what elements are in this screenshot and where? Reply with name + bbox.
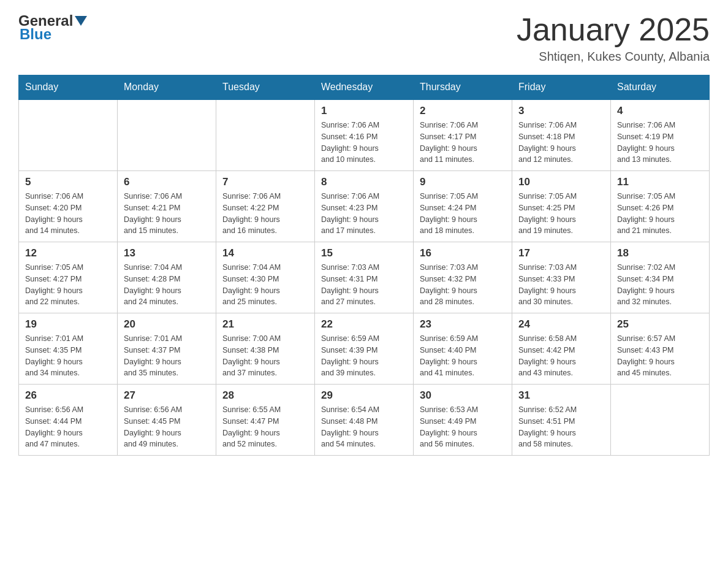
day-number: 17 xyxy=(518,247,604,259)
day-number: 7 xyxy=(222,176,308,188)
day-info: Sunrise: 7:01 AMSunset: 4:37 PMDaylight:… xyxy=(124,333,210,379)
table-row xyxy=(611,385,710,456)
day-number: 15 xyxy=(321,247,407,259)
day-info: Sunrise: 7:03 AMSunset: 4:33 PMDaylight:… xyxy=(518,262,604,308)
title-section: January 2025 Shtiqen, Kukes County, Alba… xyxy=(517,12,710,64)
col-friday: Friday xyxy=(512,75,611,100)
table-row: 24Sunrise: 6:58 AMSunset: 4:42 PMDayligh… xyxy=(512,313,611,385)
day-info: Sunrise: 7:05 AMSunset: 4:27 PMDaylight:… xyxy=(25,262,111,308)
logo-arrow-icon xyxy=(74,15,88,26)
day-number: 9 xyxy=(420,176,506,188)
table-row: 23Sunrise: 6:59 AMSunset: 4:40 PMDayligh… xyxy=(414,313,512,385)
table-row xyxy=(118,99,216,171)
day-info: Sunrise: 7:06 AMSunset: 4:22 PMDaylight:… xyxy=(222,191,308,237)
col-sunday: Sunday xyxy=(19,75,118,100)
day-number: 28 xyxy=(222,389,308,402)
day-number: 2 xyxy=(420,105,506,117)
day-info: Sunrise: 7:03 AMSunset: 4:32 PMDaylight:… xyxy=(420,262,506,308)
calendar-week-row: 5Sunrise: 7:06 AMSunset: 4:20 PMDaylight… xyxy=(19,171,710,242)
table-row: 16Sunrise: 7:03 AMSunset: 4:32 PMDayligh… xyxy=(414,242,512,313)
table-row: 7Sunrise: 7:06 AMSunset: 4:22 PMDaylight… xyxy=(216,171,315,242)
day-info: Sunrise: 6:56 AMSunset: 4:44 PMDaylight:… xyxy=(25,404,111,450)
day-number: 5 xyxy=(25,176,111,188)
day-number: 16 xyxy=(420,247,506,259)
day-number: 13 xyxy=(124,247,210,259)
day-info: Sunrise: 7:06 AMSunset: 4:17 PMDaylight:… xyxy=(420,120,506,166)
day-number: 20 xyxy=(124,318,210,331)
table-row: 21Sunrise: 7:00 AMSunset: 4:38 PMDayligh… xyxy=(216,313,315,385)
table-row: 13Sunrise: 7:04 AMSunset: 4:28 PMDayligh… xyxy=(118,242,216,313)
table-row: 2Sunrise: 7:06 AMSunset: 4:17 PMDaylight… xyxy=(414,99,512,171)
table-row: 5Sunrise: 7:06 AMSunset: 4:20 PMDaylight… xyxy=(19,171,118,242)
calendar-week-row: 1Sunrise: 7:06 AMSunset: 4:16 PMDaylight… xyxy=(19,99,710,171)
col-wednesday: Wednesday xyxy=(315,75,414,100)
calendar-week-row: 19Sunrise: 7:01 AMSunset: 4:35 PMDayligh… xyxy=(19,313,710,385)
calendar-week-row: 12Sunrise: 7:05 AMSunset: 4:27 PMDayligh… xyxy=(19,242,710,313)
calendar-header-row: Sunday Monday Tuesday Wednesday Thursday… xyxy=(19,75,710,100)
calendar-week-row: 26Sunrise: 6:56 AMSunset: 4:44 PMDayligh… xyxy=(19,385,710,456)
day-info: Sunrise: 6:54 AMSunset: 4:48 PMDaylight:… xyxy=(321,404,407,450)
day-info: Sunrise: 7:06 AMSunset: 4:20 PMDaylight:… xyxy=(25,191,111,237)
table-row: 30Sunrise: 6:53 AMSunset: 4:49 PMDayligh… xyxy=(414,385,512,456)
location-subtitle: Shtiqen, Kukes County, Albania xyxy=(517,50,710,64)
day-number: 19 xyxy=(25,318,111,331)
table-row: 8Sunrise: 7:06 AMSunset: 4:23 PMDaylight… xyxy=(315,171,414,242)
day-info: Sunrise: 6:55 AMSunset: 4:47 PMDaylight:… xyxy=(222,404,308,450)
col-tuesday: Tuesday xyxy=(216,75,315,100)
month-title: January 2025 xyxy=(517,12,710,47)
day-info: Sunrise: 7:06 AMSunset: 4:21 PMDaylight:… xyxy=(124,191,210,237)
day-info: Sunrise: 7:06 AMSunset: 4:18 PMDaylight:… xyxy=(518,120,604,166)
col-monday: Monday xyxy=(118,75,216,100)
table-row: 18Sunrise: 7:02 AMSunset: 4:34 PMDayligh… xyxy=(611,242,710,313)
logo-blue-text: Blue xyxy=(20,26,88,43)
svg-marker-0 xyxy=(75,16,87,26)
day-number: 10 xyxy=(518,176,604,188)
day-number: 29 xyxy=(321,389,407,402)
table-row: 15Sunrise: 7:03 AMSunset: 4:31 PMDayligh… xyxy=(315,242,414,313)
day-number: 24 xyxy=(518,318,604,331)
day-number: 8 xyxy=(321,176,407,188)
day-number: 26 xyxy=(25,389,111,402)
day-info: Sunrise: 7:03 AMSunset: 4:31 PMDaylight:… xyxy=(321,262,407,308)
day-info: Sunrise: 7:06 AMSunset: 4:19 PMDaylight:… xyxy=(617,120,703,166)
table-row: 3Sunrise: 7:06 AMSunset: 4:18 PMDaylight… xyxy=(512,99,611,171)
table-row: 14Sunrise: 7:04 AMSunset: 4:30 PMDayligh… xyxy=(216,242,315,313)
col-thursday: Thursday xyxy=(414,75,512,100)
day-info: Sunrise: 6:53 AMSunset: 4:49 PMDaylight:… xyxy=(420,404,506,450)
table-row: 10Sunrise: 7:05 AMSunset: 4:25 PMDayligh… xyxy=(512,171,611,242)
table-row: 6Sunrise: 7:06 AMSunset: 4:21 PMDaylight… xyxy=(118,171,216,242)
day-info: Sunrise: 6:59 AMSunset: 4:39 PMDaylight:… xyxy=(321,333,407,379)
table-row: 12Sunrise: 7:05 AMSunset: 4:27 PMDayligh… xyxy=(19,242,118,313)
table-row: 19Sunrise: 7:01 AMSunset: 4:35 PMDayligh… xyxy=(19,313,118,385)
day-info: Sunrise: 6:52 AMSunset: 4:51 PMDaylight:… xyxy=(518,404,604,450)
day-number: 27 xyxy=(124,389,210,402)
calendar-table: Sunday Monday Tuesday Wednesday Thursday… xyxy=(18,75,710,456)
table-row: 1Sunrise: 7:06 AMSunset: 4:16 PMDaylight… xyxy=(315,99,414,171)
day-info: Sunrise: 7:02 AMSunset: 4:34 PMDaylight:… xyxy=(617,262,703,308)
page-header: General Blue January 2025 Shtiqen, Kukes… xyxy=(18,12,710,64)
day-number: 21 xyxy=(222,318,308,331)
table-row: 22Sunrise: 6:59 AMSunset: 4:39 PMDayligh… xyxy=(315,313,414,385)
table-row: 26Sunrise: 6:56 AMSunset: 4:44 PMDayligh… xyxy=(19,385,118,456)
day-number: 22 xyxy=(321,318,407,331)
day-info: Sunrise: 7:01 AMSunset: 4:35 PMDaylight:… xyxy=(25,333,111,379)
day-number: 3 xyxy=(518,105,604,117)
day-number: 6 xyxy=(124,176,210,188)
day-info: Sunrise: 6:56 AMSunset: 4:45 PMDaylight:… xyxy=(124,404,210,450)
day-info: Sunrise: 7:06 AMSunset: 4:16 PMDaylight:… xyxy=(321,120,407,166)
day-info: Sunrise: 7:05 AMSunset: 4:26 PMDaylight:… xyxy=(617,191,703,237)
table-row: 28Sunrise: 6:55 AMSunset: 4:47 PMDayligh… xyxy=(216,385,315,456)
day-info: Sunrise: 6:58 AMSunset: 4:42 PMDaylight:… xyxy=(518,333,604,379)
table-row: 25Sunrise: 6:57 AMSunset: 4:43 PMDayligh… xyxy=(611,313,710,385)
table-row xyxy=(216,99,315,171)
day-number: 1 xyxy=(321,105,407,117)
day-info: Sunrise: 6:59 AMSunset: 4:40 PMDaylight:… xyxy=(420,333,506,379)
table-row: 9Sunrise: 7:05 AMSunset: 4:24 PMDaylight… xyxy=(414,171,512,242)
table-row: 11Sunrise: 7:05 AMSunset: 4:26 PMDayligh… xyxy=(611,171,710,242)
day-number: 12 xyxy=(25,247,111,259)
day-number: 11 xyxy=(617,176,703,188)
table-row: 27Sunrise: 6:56 AMSunset: 4:45 PMDayligh… xyxy=(118,385,216,456)
day-number: 4 xyxy=(617,105,703,117)
day-number: 23 xyxy=(420,318,506,331)
table-row: 17Sunrise: 7:03 AMSunset: 4:33 PMDayligh… xyxy=(512,242,611,313)
